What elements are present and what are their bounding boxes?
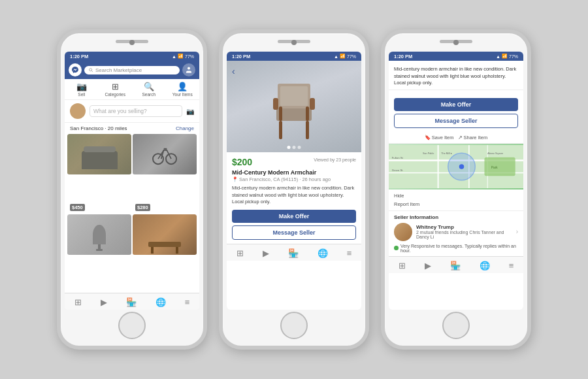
svg-point-0 (188, 67, 190, 70)
tab-play-icon-3[interactable]: ▶ (425, 261, 431, 271)
phone-camera (129, 40, 135, 45)
back-button[interactable]: ‹ (232, 66, 235, 76)
search-nav-icon: 🔍 (144, 82, 154, 91)
svg-text:Fulton St: Fulton St (392, 156, 404, 159)
nav-search[interactable]: 🔍 Search (136, 82, 162, 97)
seller-avatar (394, 223, 412, 241)
svg-text:Grove St: Grove St (392, 168, 404, 171)
listing-item-lamp[interactable] (67, 214, 131, 293)
signal-icon-2: ▲ (334, 54, 338, 59)
listing-price-bike: $280 (135, 204, 150, 211)
profile-icon[interactable] (182, 63, 195, 76)
person-nav-icon: 👤 (177, 82, 188, 91)
nav-sell[interactable]: 📷 Sell (69, 82, 95, 97)
listings-grid: $450 $280 (65, 134, 199, 293)
search-bar[interactable]: Search Marketplace (84, 66, 180, 74)
wifi-icon-2: 📶 (340, 54, 346, 59)
phone-3: 1:20 PM ▲ 📶 77% Mid-century modern armch… (381, 29, 531, 350)
status-bar-2: 1:20 PM ▲ 📶 77% (227, 52, 361, 61)
status-icons-2: ▲ 📶 77% (334, 54, 356, 59)
responsive-text: Very Responsive to messages. Typically r… (400, 244, 518, 253)
make-offer-btn-3[interactable]: Make Offer (394, 98, 518, 111)
message-seller-btn-3[interactable]: Message Seller (394, 114, 518, 128)
selling-prompt-input[interactable]: What are you selling? (90, 105, 182, 117)
share-item-btn[interactable]: ↗ Share Item (458, 135, 488, 140)
battery-icon: 77% (185, 54, 194, 59)
message-seller-btn[interactable]: Message Seller (232, 225, 356, 240)
seller-name: Whitney Trump (416, 224, 512, 230)
signal-icon: ▲ (172, 54, 176, 59)
save-item-btn[interactable]: 🔖 Save Item (425, 135, 454, 140)
tab-menu-icon[interactable]: ≡ (185, 297, 190, 307)
tab-menu-icon-2[interactable]: ≡ (347, 248, 352, 258)
phone-2-screen: 1:20 PM ▲ 📶 77% ‹ (227, 52, 361, 310)
chair-image (265, 71, 323, 142)
product-description: Mid-century modern armchair in like new … (232, 185, 356, 206)
tab-globe-icon-2[interactable]: 🌐 (318, 248, 328, 258)
user-avatar (70, 103, 86, 119)
selling-prompt-area[interactable]: What are you selling? 📷 (65, 100, 199, 123)
seller-section-title: Seller Information (394, 214, 518, 220)
nav-categories[interactable]: ⊞ Categories (102, 82, 128, 97)
status-icons-3: ▲ 📶 77% (496, 54, 518, 59)
tab-grid-icon-3[interactable]: ⊞ (399, 261, 406, 271)
battery-icon-3: 77% (509, 54, 518, 59)
listing-item-sofa[interactable]: $450 (67, 134, 131, 213)
listing-price-sofa: $450 (70, 204, 85, 211)
tab-globe-icon-3[interactable]: 🌐 (480, 261, 490, 271)
status-time-3: 1:20 PM (394, 54, 412, 59)
svg-rect-9 (273, 98, 278, 110)
bookmark-icon: 🔖 (425, 135, 431, 140)
status-icons: ▲ 📶 77% (172, 54, 194, 59)
dot-2 (293, 146, 296, 149)
seller-mutual-friends: 2 mutual friends including Chris Tanner … (416, 230, 512, 239)
tab-store-icon-2[interactable]: 🏪 (288, 248, 299, 258)
save-share-row: 🔖 Save Item ↗ Share Item (389, 132, 523, 144)
dot-3 (298, 146, 301, 149)
map-area: Park Fulton St Grove St The Mill ● Alamo… (389, 144, 523, 190)
tab-globe-icon[interactable]: 🌐 (155, 297, 166, 307)
svg-rect-10 (310, 98, 315, 110)
svg-rect-8 (306, 107, 309, 121)
tab-play-icon[interactable]: ▶ (101, 297, 107, 307)
camera-nav-icon: 📷 (76, 82, 87, 91)
messenger-icon[interactable] (69, 63, 82, 76)
report-btn[interactable]: Report Item (394, 200, 518, 208)
share-icon: ↗ (458, 135, 463, 140)
search-placeholder: Search Marketplace (95, 67, 142, 73)
grid-nav-icon: ⊞ (112, 82, 119, 91)
change-location-btn[interactable]: Change (176, 125, 194, 131)
listing-item-table[interactable] (133, 214, 197, 293)
product-title: Mid-Century Modern Armchair (232, 169, 356, 176)
phone-3-camera (453, 40, 459, 45)
status-time-2: 1:20 PM (232, 54, 250, 59)
listing-image-lamp (67, 214, 131, 255)
seller-row[interactable]: Whitney Trump 2 mutual friends including… (394, 223, 518, 241)
product-price: $200 (232, 157, 252, 167)
listing-image-sofa (67, 134, 131, 174)
product-info: $200 Viewed by 23 people Mid-Century Mod… (227, 152, 361, 244)
listing-item-bike[interactable]: $280 (133, 134, 197, 213)
location-bar: San Francisco · 20 miles Change (65, 123, 199, 134)
seller-info: Whitney Trump 2 mutual friends including… (416, 224, 512, 239)
action-buttons: Make Offer Message Seller (389, 90, 523, 132)
hide-btn[interactable]: Hide (394, 191, 518, 200)
make-offer-btn[interactable]: Make Offer (232, 210, 356, 223)
nav-your-items[interactable]: 👤 Your Items (169, 82, 195, 97)
tab-grid-icon[interactable]: ⊞ (74, 297, 82, 307)
svg-point-21 (459, 164, 465, 169)
phone-1-screen: 1:20 PM ▲ 📶 77% Search Marketplace 📷 (65, 52, 199, 310)
hide-report-area: Hide Report Item (389, 190, 523, 211)
tab-grid-icon-2[interactable]: ⊞ (237, 248, 244, 258)
tab-store-icon[interactable]: 🏪 (126, 297, 137, 307)
tab-store-icon-3[interactable]: 🏪 (450, 261, 461, 271)
svg-rect-18 (484, 157, 515, 175)
tab-play-icon-2[interactable]: ▶ (263, 248, 269, 258)
product-location: 📍 San Francisco, CA (94115) · 26 hours a… (232, 176, 356, 182)
status-time: 1:20 PM (70, 54, 88, 59)
wifi-icon-3: 📶 (502, 54, 508, 59)
phone-1: 1:20 PM ▲ 📶 77% Search Marketplace 📷 (57, 29, 207, 350)
tab-menu-icon-3[interactable]: ≡ (509, 261, 514, 271)
nav-icons-bar: 📷 Sell ⊞ Categories 🔍 Search 👤 Your Item… (65, 79, 199, 100)
tab-bar-2: ⊞ ▶ 🏪 🌐 ≡ (227, 244, 361, 261)
